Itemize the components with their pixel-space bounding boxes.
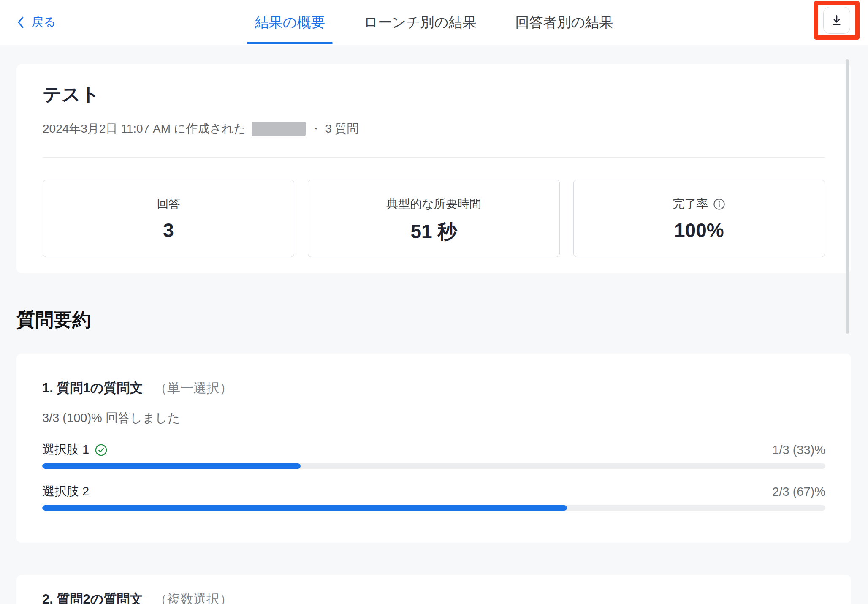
- question-card-2: 2. 質問2の質問文 （複数選択）: [16, 575, 851, 604]
- stat-card-completion-rate: 完了率 100%: [573, 180, 825, 257]
- question-type: （複数選択）: [154, 592, 233, 604]
- answered-summary: 3/3 (100)% 回答しました: [42, 409, 825, 426]
- stat-value: 3: [163, 219, 174, 242]
- progress-bar-track: [42, 505, 825, 511]
- survey-meta: 2024年3月2日 11:07 AM に作成された ・ 3 質問: [43, 120, 825, 137]
- tab-bar: 結果の概要 ローンチ別の結果 回答者別の結果: [247, 0, 621, 45]
- stat-value: 100%: [674, 219, 724, 242]
- tab-label: 結果の概要: [255, 13, 325, 32]
- option-result-value: 2/3 (67)%: [772, 485, 825, 499]
- question-type: （単一選択）: [154, 381, 233, 395]
- back-label: 戻る: [31, 14, 56, 31]
- stats-row: 回答 3 典型的な所要時間 51 秒 完了率: [43, 180, 825, 257]
- question-title: 2. 質問2の質問文: [42, 592, 143, 604]
- progress-bar-track: [42, 463, 825, 469]
- download-button[interactable]: [823, 7, 850, 34]
- download-icon: [830, 14, 843, 27]
- results-overview-page: テスト 2024年3月2日 11:07 AM に作成された ・ 3 質問 回答 …: [0, 64, 868, 604]
- tab-label: ローンチ別の結果: [363, 13, 476, 32]
- question-card-1: 1. 質問1の質問文 （単一選択） 3/3 (100)% 回答しました 選択肢 …: [16, 354, 851, 543]
- question-title: 1. 質問1の質問文: [42, 381, 143, 395]
- tab-results-by-launch[interactable]: ローンチ別の結果: [356, 0, 484, 45]
- progress-bar-fill: [42, 463, 301, 469]
- back-button[interactable]: 戻る: [17, 0, 56, 45]
- redacted-author-chip: [252, 122, 306, 136]
- question-count-text: ・ 3 質問: [310, 120, 358, 137]
- header: 戻る 結果の概要 ローンチ別の結果 回答者別の結果: [0, 0, 868, 45]
- chevron-left-icon: [17, 16, 24, 29]
- divider: [43, 157, 825, 158]
- vertical-scrollbar-thumb[interactable]: [846, 59, 849, 334]
- option-result-value: 1/3 (33)%: [772, 443, 825, 457]
- red-highlight-box: [814, 1, 860, 40]
- option-label: 選択肢 2: [42, 483, 89, 500]
- tab-label: 回答者別の結果: [515, 13, 613, 32]
- stat-label: 完了率: [673, 196, 725, 212]
- stat-card-responses: 回答 3: [43, 180, 294, 257]
- tab-results-by-respondent[interactable]: 回答者別の結果: [508, 0, 621, 45]
- survey-title: テスト: [43, 83, 825, 105]
- option-row: 選択肢 1 1/3 (33)%: [42, 441, 825, 458]
- stat-label: 典型的な所要時間: [386, 196, 481, 212]
- progress-bar-fill: [42, 505, 567, 511]
- survey-overview-card: テスト 2024年3月2日 11:07 AM に作成された ・ 3 質問 回答 …: [16, 64, 851, 273]
- section-heading: 質問要約: [16, 309, 868, 331]
- correct-answer-check-icon: [95, 444, 107, 456]
- stat-value: 51 秒: [411, 219, 457, 245]
- created-text: 2024年3月2日 11:07 AM に作成された: [43, 120, 246, 137]
- stat-card-typical-time: 典型的な所要時間 51 秒: [308, 180, 559, 257]
- option-label: 選択肢 1: [42, 441, 107, 458]
- option-row: 選択肢 2 2/3 (67)%: [42, 483, 825, 500]
- active-tab-underline: [247, 42, 333, 44]
- question-title-row: 2. 質問2の質問文 （複数選択）: [42, 590, 825, 604]
- question-title-row: 1. 質問1の質問文 （単一選択）: [42, 379, 825, 397]
- tab-results-overview[interactable]: 結果の概要: [247, 0, 333, 45]
- stat-label: 回答: [157, 196, 180, 212]
- info-icon[interactable]: [713, 198, 725, 210]
